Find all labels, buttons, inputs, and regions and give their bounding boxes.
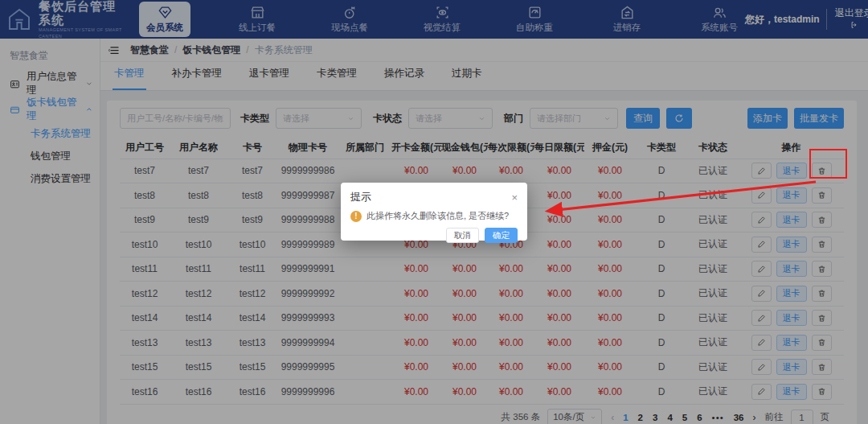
dialog-message: 此操作将永久删除该信息, 是否继续? (366, 210, 509, 222)
confirm-button[interactable]: 确定 (485, 228, 518, 243)
warning-icon: ! (350, 211, 362, 222)
app-screen: 餐饮后台管理系统 MANAGEMENT SYSTEM OF SMART CANT… (0, 0, 868, 424)
dialog-title: 提示 (350, 190, 371, 204)
confirm-delete-dialog: 提示 × ! 此操作将永久删除该信息, 是否继续? 取消 确定 (341, 183, 527, 241)
close-icon[interactable]: × (511, 192, 518, 203)
cancel-button[interactable]: 取消 (446, 228, 479, 243)
